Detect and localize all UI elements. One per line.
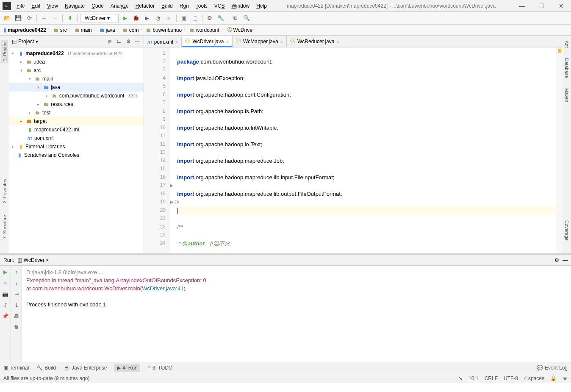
tree-target[interactable]: ▸🖿target bbox=[9, 117, 144, 125]
settings-icon[interactable]: 🔧 bbox=[216, 14, 225, 23]
tool-favorites[interactable]: 2: Favorites bbox=[1, 177, 8, 205]
stacktrace-link[interactable]: WcDriver.java:41 bbox=[142, 285, 183, 292]
crumb-bwbh[interactable]: 🖿buwenbuhuo bbox=[146, 27, 182, 33]
tab-wcmapper[interactable]: ⓒWcMapper.java× bbox=[233, 36, 287, 47]
crumb-com[interactable]: 🖿com bbox=[123, 27, 139, 33]
gear-icon[interactable]: ⚙ bbox=[554, 257, 559, 263]
code-editor[interactable]: package com.buwenbuhuo.wordcount; import… bbox=[169, 47, 557, 253]
structure-icon[interactable]: ⚙ bbox=[205, 14, 214, 23]
debug-icon[interactable]: 🐞 bbox=[131, 14, 141, 23]
build-icon[interactable]: ⬇ bbox=[65, 14, 75, 23]
tool-build[interactable]: 🔨 Build bbox=[36, 365, 56, 371]
tab-pom[interactable]: mpom.xml× bbox=[144, 37, 182, 47]
run-config-name[interactable]: ▥ WcDriver × bbox=[17, 257, 49, 263]
close-icon[interactable]: × bbox=[175, 39, 178, 44]
coverage-icon[interactable]: ▶ bbox=[142, 14, 152, 23]
tool-eventlog[interactable]: 💬 Event Log bbox=[537, 365, 568, 371]
menu-navigate[interactable]: Navigate bbox=[62, 1, 88, 11]
avd-icon[interactable]: ▣ bbox=[179, 14, 188, 23]
print-icon[interactable]: 🖶 bbox=[13, 312, 20, 320]
menu-refactor[interactable]: Refactor bbox=[133, 1, 158, 11]
refresh-icon[interactable]: ⟳ bbox=[25, 14, 34, 23]
tool-structure[interactable]: 7: Structure bbox=[1, 213, 8, 241]
wrap-icon[interactable]: ⇥ bbox=[13, 290, 20, 298]
down-icon[interactable]: ↓ bbox=[13, 279, 20, 287]
menu-tools[interactable]: Tools bbox=[193, 1, 211, 11]
run-gutter-icon[interactable]: ▶ bbox=[170, 198, 173, 206]
close-icon[interactable]: × bbox=[280, 39, 283, 44]
tree-pom[interactable]: mpom.xml bbox=[9, 134, 144, 142]
tree-java[interactable]: ▾🖿java bbox=[9, 83, 144, 92]
tree-external[interactable]: ▸▮External Libraries bbox=[9, 142, 144, 151]
minimize-button[interactable]: — bbox=[513, 0, 532, 12]
run-gutter-icon[interactable]: ▶ bbox=[170, 181, 173, 190]
file-encoding[interactable]: UTF-8 bbox=[504, 375, 518, 381]
settings-icon[interactable]: ⚙ bbox=[125, 38, 132, 45]
run-icon[interactable]: ▶ bbox=[120, 14, 130, 23]
tool-ant[interactable]: Ant bbox=[563, 39, 570, 50]
tool-maven[interactable]: Maven bbox=[563, 86, 570, 104]
crumb-class[interactable]: ⓒWcDriver bbox=[227, 26, 254, 33]
hide-icon[interactable]: — bbox=[134, 38, 141, 45]
tree-package[interactable]: ▸🖿com.buwenbuhuo.wordcount 33% bbox=[9, 92, 144, 100]
search-icon[interactable]: 🔍 bbox=[242, 14, 251, 23]
open-icon[interactable]: 📂 bbox=[3, 14, 12, 23]
menu-help[interactable]: Help bbox=[253, 1, 270, 11]
tool-database[interactable]: Database bbox=[563, 56, 570, 80]
menu-analyze[interactable]: Analyze bbox=[108, 1, 132, 11]
tool-jee[interactable]: ☕ Java Enterprise bbox=[64, 365, 107, 371]
tab-wcdriver[interactable]: ⓒWcDriver.java× bbox=[182, 36, 232, 47]
clear-icon[interactable]: 🗑 bbox=[13, 323, 20, 331]
tree-main[interactable]: ▾🖿main bbox=[9, 75, 144, 83]
tree-test[interactable]: ▸🖿test bbox=[9, 108, 144, 117]
close-icon[interactable]: × bbox=[336, 39, 339, 44]
tree-scratches[interactable]: ▮Scratches and Consoles bbox=[9, 151, 144, 159]
collapse-icon[interactable]: ⇆ bbox=[116, 38, 122, 45]
locate-icon[interactable]: ⊕ bbox=[106, 38, 113, 45]
tree-iml[interactable]: ▮mapreduce0422.iml bbox=[9, 125, 144, 134]
line-separator[interactable]: CRLF bbox=[485, 375, 498, 381]
tree-src[interactable]: ▾🖿src bbox=[9, 66, 144, 75]
tool-todo[interactable]: ≡ 6: TODO bbox=[148, 365, 173, 371]
terminal-icon[interactable]: ⧉ bbox=[231, 14, 240, 23]
crumb-java[interactable]: 🖿java bbox=[100, 27, 115, 33]
save-icon[interactable]: 💾 bbox=[14, 14, 23, 23]
goto-icon[interactable]: ↘ bbox=[458, 375, 463, 381]
tab-wcreducer[interactable]: ⓒWcReducer.java× bbox=[287, 36, 343, 47]
tool-coverage[interactable]: Coverage bbox=[563, 219, 570, 242]
maximize-button[interactable]: ☐ bbox=[532, 0, 552, 12]
tree-idea[interactable]: ▸🖿.idea bbox=[9, 58, 144, 66]
project-panel-title[interactable]: ▤ Project ▾ bbox=[12, 39, 104, 44]
scroll-icon[interactable]: ⤓ bbox=[13, 301, 20, 309]
pin-icon[interactable]: 📌 bbox=[2, 312, 9, 320]
caret-position[interactable]: 10:1 bbox=[468, 375, 478, 381]
crumb-src[interactable]: 🖿src bbox=[54, 27, 67, 33]
menu-build[interactable]: Build bbox=[158, 1, 176, 11]
tool-terminal[interactable]: ▣ Terminal bbox=[3, 365, 29, 371]
menu-edit[interactable]: Edit bbox=[28, 1, 43, 11]
rerun-icon[interactable]: ▶ bbox=[2, 268, 9, 276]
run-config-selector[interactable]: WcDriver ▾ bbox=[80, 14, 119, 22]
dump-icon[interactable]: 📷 bbox=[2, 290, 9, 298]
menu-file[interactable]: File bbox=[14, 1, 28, 11]
run-output[interactable]: D:\java\jdk-1.8.0\bin\java.exe ... Excep… bbox=[22, 266, 571, 362]
warning-marker[interactable] bbox=[558, 49, 561, 53]
stop-icon[interactable]: ■ bbox=[2, 279, 9, 287]
menu-window[interactable]: Window bbox=[228, 1, 252, 11]
menu-view[interactable]: View bbox=[44, 1, 61, 11]
tool-project[interactable]: 1: Project bbox=[1, 40, 8, 63]
crumb-root[interactable]: ▮mapreduce0422 bbox=[3, 27, 46, 33]
up-icon[interactable]: ↑ bbox=[13, 268, 20, 276]
tool-run[interactable]: ▶ 4: Run bbox=[114, 364, 140, 372]
inspect-icon[interactable]: 👁 bbox=[563, 375, 568, 381]
close-button[interactable]: ✕ bbox=[552, 0, 571, 12]
marker-bar[interactable] bbox=[557, 47, 562, 253]
menu-code[interactable]: Code bbox=[89, 1, 107, 11]
tree-root[interactable]: ▾▮mapreduce0422 D:\maven\mapreduce0422 bbox=[9, 49, 144, 58]
back-icon[interactable]: ← bbox=[39, 14, 49, 23]
crumb-wc[interactable]: 🖿wordcount bbox=[189, 27, 219, 33]
sdk-icon[interactable]: ⬚ bbox=[190, 14, 200, 23]
close-icon[interactable]: × bbox=[226, 39, 228, 44]
hide-icon[interactable]: — bbox=[563, 257, 568, 263]
tree-resources[interactable]: ▸🖿resources bbox=[9, 100, 144, 108]
